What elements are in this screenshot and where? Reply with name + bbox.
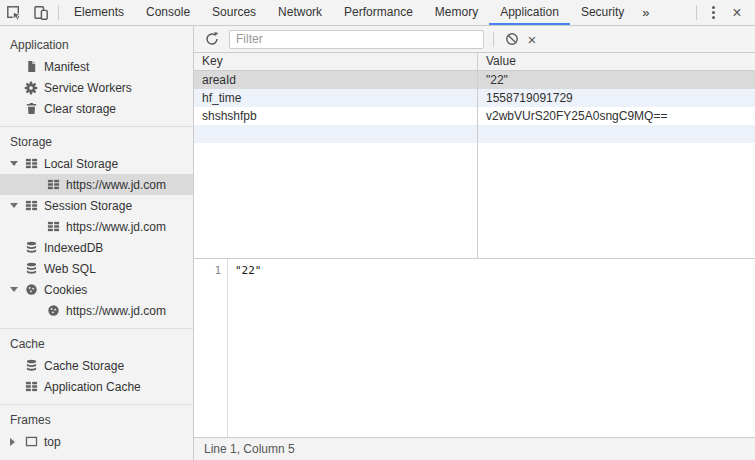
- sidebar-item-local-storage[interactable]: Local Storage: [0, 153, 193, 174]
- gear-icon: [24, 81, 38, 95]
- tab-console[interactable]: Console: [135, 0, 201, 25]
- sidebar-item-label: Service Workers: [44, 81, 132, 95]
- storage-table-header: Key Value: [194, 53, 755, 71]
- sidebar-item-manifest[interactable]: Manifest: [0, 56, 193, 77]
- tab-memory[interactable]: Memory: [424, 0, 489, 25]
- value-cell: 1558719091729: [478, 89, 755, 107]
- column-header-value[interactable]: Value: [478, 53, 755, 70]
- table-icon: [46, 178, 60, 192]
- sidebar-item-clear-storage[interactable]: Clear storage: [0, 98, 193, 119]
- preview-code: "22": [228, 259, 262, 437]
- sidebar-item-label: https://www.jd.com: [66, 220, 166, 234]
- more-tabs-chevron[interactable]: »: [635, 0, 656, 25]
- chevron-down-icon[interactable]: [10, 161, 24, 166]
- tab-performance[interactable]: Performance: [333, 0, 424, 25]
- key-cell: shshshfpb: [194, 107, 478, 125]
- sidebar-item-top-frame[interactable]: top: [0, 431, 193, 452]
- sidebar-item-session-storage-jd[interactable]: https://www.jd.com: [0, 216, 193, 237]
- tab-sources[interactable]: Sources: [201, 0, 267, 25]
- refresh-icon: [204, 31, 220, 47]
- cursor-position-text: Line 1, Column 5: [204, 442, 295, 456]
- tab-network[interactable]: Network: [267, 0, 333, 25]
- sidebar-item-label: IndexedDB: [44, 241, 103, 255]
- panel-tabs: Elements Console Sources Network Perform…: [63, 0, 635, 25]
- sidebar-item-label: Cache Storage: [44, 359, 124, 373]
- devtools-tabbar: Elements Console Sources Network Perform…: [0, 0, 755, 26]
- chevron-right-icon[interactable]: [10, 438, 24, 446]
- table-icon: [24, 380, 38, 394]
- table-row-empty[interactable]: [194, 125, 755, 143]
- refresh-button[interactable]: [202, 29, 222, 49]
- line-number-gutter: 1: [194, 259, 228, 437]
- filter-input[interactable]: [229, 30, 484, 49]
- line-number: 1: [214, 264, 221, 277]
- sidebar-item-session-storage[interactable]: Session Storage: [0, 195, 193, 216]
- sidebar-section-cache: Cache Cache Storage: [0, 328, 193, 404]
- sidebar-item-cookies[interactable]: Cookies: [0, 279, 193, 300]
- key-cell: hf_time: [194, 89, 478, 107]
- table-row-shshshfpb[interactable]: shshshfpb v2wbVUrS20FY25A0sngC9MQ==: [194, 107, 755, 125]
- section-title-application: Application: [0, 34, 193, 56]
- trash-icon: [24, 102, 38, 116]
- section-title-storage: Storage: [0, 131, 193, 153]
- sidebar-item-label: Application Cache: [44, 380, 141, 394]
- sidebar-item-label: Web SQL: [44, 262, 96, 276]
- sidebar-item-application-cache[interactable]: Application Cache: [0, 376, 193, 397]
- sidebar-item-cookies-jd[interactable]: https://www.jd.com: [0, 300, 193, 321]
- devtools-window: Elements Console Sources Network Perform…: [0, 0, 755, 460]
- table-row-hf-time[interactable]: hf_time 1558719091729: [194, 89, 755, 107]
- clear-all-button[interactable]: ×: [522, 29, 542, 49]
- section-title-frames: Frames: [0, 409, 193, 431]
- sidebar-item-label: https://www.jd.com: [66, 178, 166, 192]
- tab-application[interactable]: Application: [489, 0, 570, 25]
- cookie-icon: [24, 283, 38, 297]
- device-toolbar-icon: [33, 5, 49, 21]
- sidebar-item-service-workers[interactable]: Service Workers: [0, 77, 193, 98]
- sidebar-item-label: Clear storage: [44, 102, 116, 116]
- device-toolbar-button[interactable]: [27, 0, 54, 25]
- sidebar-item-label: https://www.jd.com: [66, 304, 166, 318]
- sidebar-item-label: Cookies: [44, 283, 87, 297]
- delete-selected-button[interactable]: [502, 29, 522, 49]
- inspect-cursor-icon: [6, 5, 22, 21]
- tab-security[interactable]: Security: [570, 0, 635, 25]
- toolbar-separator: [493, 32, 494, 47]
- value-cell: "22": [478, 71, 755, 89]
- key-cell: areaId: [194, 71, 478, 89]
- close-devtools-button[interactable]: ×: [725, 0, 749, 25]
- toolbar-separator: [58, 5, 59, 20]
- sidebar-item-label: top: [44, 435, 61, 449]
- database-icon: [24, 262, 38, 276]
- table-icon: [24, 157, 38, 171]
- sidebar-item-local-storage-jd[interactable]: https://www.jd.com: [0, 174, 193, 195]
- document-icon: [24, 60, 38, 74]
- table-empty-area[interactable]: [194, 143, 755, 258]
- application-sidebar: Application Manifest: [0, 26, 194, 460]
- chevron-down-icon[interactable]: [10, 287, 24, 292]
- sidebar-item-label: Local Storage: [44, 157, 118, 171]
- ban-icon: [505, 32, 519, 46]
- sidebar-item-label: Manifest: [44, 60, 89, 74]
- table-row-areaid[interactable]: areaId "22": [194, 71, 755, 89]
- value-cell: v2wbVUrS20FY25A0sngC9MQ==: [478, 107, 755, 125]
- inspect-element-button[interactable]: [0, 0, 27, 25]
- sidebar-item-web-sql[interactable]: Web SQL: [0, 258, 193, 279]
- frame-icon: [24, 435, 38, 449]
- preview-statusbar: Line 1, Column 5: [194, 437, 755, 460]
- sidebar-item-cache-storage[interactable]: Cache Storage: [0, 355, 193, 376]
- table-icon: [24, 199, 38, 213]
- more-options-button[interactable]: [701, 0, 725, 25]
- sidebar-section-frames: Frames top: [0, 404, 193, 459]
- storage-table-body: areaId "22" hf_time 1558719091729 shshsh…: [194, 71, 755, 258]
- local-storage-panel: × Key Value areaId "22" hf_time 15587190…: [194, 26, 755, 460]
- tab-elements[interactable]: Elements: [63, 0, 135, 25]
- storage-toolbar: ×: [194, 26, 755, 53]
- value-preview-pane: 1 "22": [194, 258, 755, 437]
- section-title-cache: Cache: [0, 333, 193, 355]
- tabbar-right-controls: ×: [692, 0, 755, 25]
- sidebar-item-indexeddb[interactable]: IndexedDB: [0, 237, 193, 258]
- toolbar-separator: [696, 5, 697, 20]
- table-icon: [46, 220, 60, 234]
- chevron-down-icon[interactable]: [10, 203, 24, 208]
- column-header-key[interactable]: Key: [194, 53, 478, 70]
